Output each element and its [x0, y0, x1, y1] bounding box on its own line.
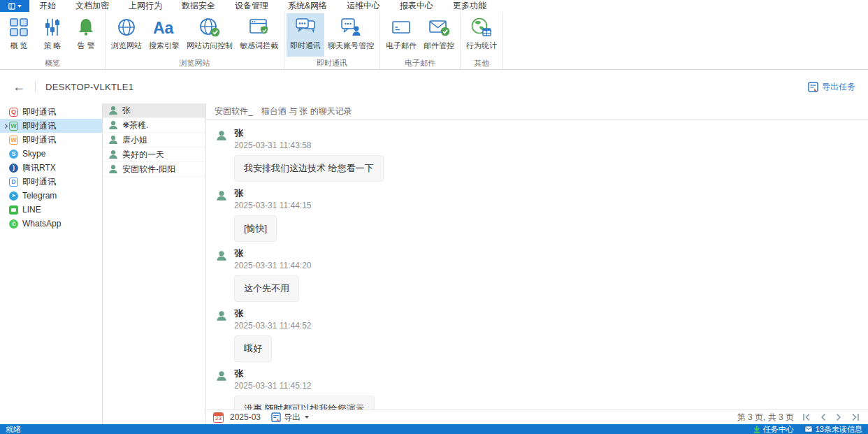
person-avatar-icon [108, 150, 118, 159]
menu-tab-label: 设备管理 [234, 0, 269, 13]
chat-record-title: 安固软件_ 猫台酒 与 张 的聊天记录 [206, 103, 868, 120]
ribbon-button-site-access-control[interactable]: 网站访问控制 [183, 13, 236, 57]
sidebar-item-label: Skype [22, 149, 45, 159]
person-avatar-icon [108, 135, 118, 145]
message-timestamp: 2025-03-31 11:43:58 [234, 140, 384, 150]
ribbon-button-policy[interactable]: 策 略 [36, 13, 69, 57]
export-task-button[interactable]: 导出任务 [808, 81, 855, 93]
ribbon-group-label: 即时通讯 [284, 57, 379, 71]
ribbon-button-chat-account-control[interactable]: 聊天账号管控 [324, 13, 377, 57]
first-page-button[interactable] [802, 413, 811, 421]
message-sender: 张 [234, 128, 384, 138]
pagination: 第 3 页, 共 3 页 [737, 412, 860, 424]
export-dropdown-button[interactable]: 导出 [271, 412, 309, 424]
unread-messages-button[interactable]: 13条未读信息 [804, 424, 862, 434]
export-label: 导出 [284, 412, 301, 424]
back-button[interactable]: ← [13, 80, 25, 93]
sidebar-item-im-app[interactable]: Q 即时通讯 [0, 105, 102, 119]
bell-icon [75, 15, 96, 39]
chat-message: 张 2025-03-31 11:44:20 这个先不用 [216, 248, 868, 302]
ribbon-button-email[interactable]: 电子邮件 [382, 13, 420, 57]
caret-down-icon [305, 416, 309, 419]
date-filter-value[interactable]: 2025-03 [230, 412, 261, 422]
export-icon [271, 412, 281, 422]
message-bubble: 没事 随时都可以找我给您演示 [234, 396, 375, 410]
sidebar-item-im-app[interactable]: LINE [0, 203, 102, 217]
ribbon-button-alert[interactable]: 告 警 [69, 13, 103, 57]
contact-list-item[interactable]: 张 [103, 103, 205, 118]
menu-tab-label: 开始 [38, 0, 57, 13]
menu-tab-label: 报表中心 [399, 0, 434, 13]
status-bar: 就绪 任务中心 13条未读信息 [0, 424, 868, 434]
svg-text:Aa: Aa [153, 19, 174, 37]
app-menu-button[interactable] [0, 0, 29, 12]
sidebar-item-label: 即时通讯 [22, 134, 56, 146]
ribbon-button-mail-control[interactable]: 邮件管控 [420, 13, 458, 57]
caret-down-icon [17, 5, 22, 8]
menu-tab-label: 上网行为 [128, 0, 163, 13]
sidebar-item-label: Telegram [22, 191, 57, 201]
sidebar-item-label: 即时通讯 [22, 176, 56, 188]
menu-tab[interactable]: 报表中心 [390, 0, 443, 12]
ribbon-button-label: 告 警 [77, 41, 94, 51]
sidebar-item-im-app[interactable]: ✆ WhatsApp [0, 217, 102, 231]
im-app-badge-icon [9, 205, 18, 215]
sidebar-item-im-app[interactable]: W 即时通讯 [0, 133, 102, 147]
unread-messages-label: 13条未读信息 [816, 424, 862, 434]
message-timestamp: 2025-03-31 11:44:20 [234, 261, 312, 270]
message-sender: 张 [234, 248, 312, 259]
contact-list-item[interactable]: ❋茶稚. [103, 118, 205, 133]
menu-tab[interactable]: 文档加密 [66, 0, 119, 12]
menu-tab-label: 运维中心 [346, 0, 381, 13]
task-center-label: 任务中心 [763, 424, 794, 434]
sidebar-item-im-app[interactable]: ) 腾讯RTX [0, 161, 102, 175]
expand-chevron-icon[interactable] [2, 123, 8, 129]
ribbon-button-label: 电子邮件 [386, 41, 417, 51]
sidebar-item-im-app[interactable]: S Skype [0, 147, 102, 161]
message-bubble: 哦好 [234, 335, 272, 362]
ribbon-button-behavior-stats[interactable]: 行为统计 [463, 13, 500, 57]
ribbon-button-search-engine[interactable]: Aa 搜索引擎 [145, 13, 183, 57]
last-page-button[interactable] [851, 413, 860, 421]
ribbon-group-label: 电子邮件 [380, 57, 460, 71]
chat-message: 张 2025-03-31 11:45:12 没事 随时都可以找我给您演示 [216, 368, 868, 410]
ribbon-button-label: 浏览网站 [111, 41, 142, 51]
ribbon-button-label: 即时通讯 [290, 41, 321, 51]
message-sender: 张 [234, 368, 375, 379]
im-app-badge-icon: W [9, 122, 18, 131]
menu-tab[interactable]: 运维中心 [337, 0, 390, 12]
contact-list-item[interactable]: 美好的一天 [103, 147, 205, 162]
envelope-shield-icon [428, 15, 450, 39]
prev-page-button[interactable] [820, 413, 827, 421]
message-sender: 张 [234, 188, 312, 198]
sidebar-item-label: WhatsApp [22, 219, 61, 229]
menu-tab[interactable]: 更多功能 [443, 0, 496, 12]
im-app-badge-icon: W [9, 136, 18, 145]
menu-tab[interactable]: 系统&网络 [278, 0, 337, 12]
im-app-badge-icon: D [9, 178, 18, 187]
im-app-badge-icon: Q [9, 108, 18, 117]
contact-list-item[interactable]: 安固软件-阳阳 [103, 162, 205, 177]
ribbon-toolbar: 概 览 策 略 告 警 概览 浏览网站 [0, 12, 868, 70]
menu-tab[interactable]: 设备管理 [225, 0, 278, 12]
window-shield-icon [248, 15, 270, 39]
ribbon-button-label: 邮件管控 [424, 41, 454, 51]
sidebar-item-im-app[interactable]: D 即时通讯 [0, 175, 102, 189]
message-bubble: [愉快] [234, 215, 277, 242]
sidebar-item-im-app[interactable]: W 即时通讯 [0, 119, 102, 133]
globe-icon [116, 15, 137, 39]
message-body: 张 2025-03-31 11:45:12 没事 随时都可以找我给您演示 [234, 368, 375, 410]
ribbon-button-browse-web[interactable]: 浏览网站 [108, 13, 145, 57]
menu-tab[interactable]: 上网行为 [119, 0, 172, 12]
next-page-button[interactable] [835, 413, 842, 421]
menu-tab[interactable]: 数据安全 [172, 0, 225, 12]
globe-check-icon [198, 15, 221, 39]
task-center-button[interactable]: 任务中心 [753, 424, 794, 434]
ribbon-button-sensitive-words[interactable]: 敏感词拦截 [236, 13, 282, 57]
sidebar-item-im-app[interactable]: ➤ Telegram [0, 189, 102, 203]
ribbon-button-im[interactable]: 即时通讯 [287, 13, 324, 57]
menu-tab[interactable]: 开始 [29, 0, 66, 12]
contact-list-item[interactable]: 唐小姐 [103, 133, 205, 147]
ribbon-button-overview[interactable]: 概 览 [2, 13, 36, 57]
calendar-icon[interactable]: 23 [213, 412, 224, 423]
